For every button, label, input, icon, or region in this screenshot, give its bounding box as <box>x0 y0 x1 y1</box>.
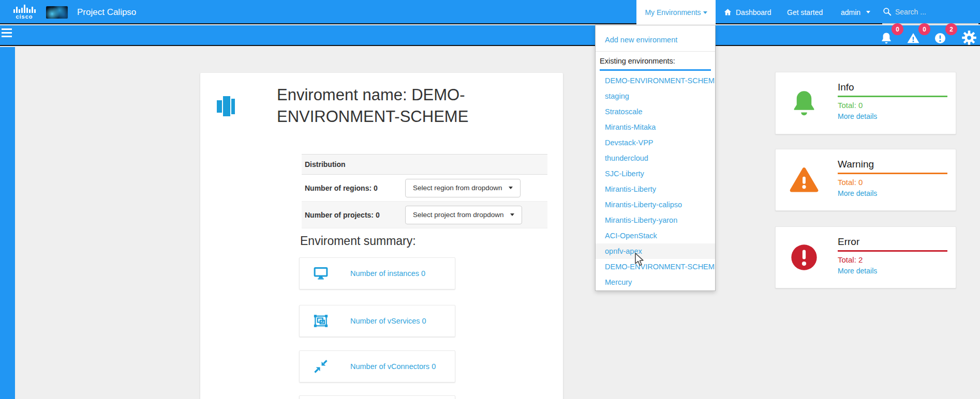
info-status-card: Info Total: 0 More details <box>775 72 956 134</box>
select-project-dropdown-button[interactable]: Select project from dropdown <box>405 206 522 224</box>
distribution-header: Distribution <box>302 155 547 175</box>
get-started-label: Get started <box>787 8 823 17</box>
environment-item[interactable]: DEMO-ENVIRONMENT-SCHEME <box>596 73 715 88</box>
dropdown-divider <box>596 51 715 52</box>
environment-item[interactable]: Mirantis-Liberty <box>596 181 715 197</box>
status-title: Error <box>838 236 947 252</box>
home-icon <box>723 8 732 17</box>
errors-indicator[interactable]: 2 <box>933 27 957 45</box>
chevron-down-icon <box>703 11 707 14</box>
warning-status-card: Warning Total: 0 More details <box>775 149 956 211</box>
select-project-label: Select project from dropdown <box>413 211 504 219</box>
more-details-link[interactable]: More details <box>838 189 877 197</box>
cisco-logo: cisco <box>12 5 37 20</box>
environment-card: Enviroment name: DEMO-ENVIRONMENT-SCHEME… <box>200 73 563 399</box>
environment-item[interactable]: thundercloud <box>596 150 715 166</box>
summary-card-partial <box>299 395 455 399</box>
cisco-bars-icon <box>13 5 36 13</box>
bell-icon <box>789 88 819 118</box>
status-total: Total: 0 <box>838 178 947 187</box>
notification-icons: 0 0 2 <box>877 26 977 46</box>
vconnectors-compress-icon <box>312 359 330 374</box>
search-box <box>882 0 978 24</box>
collapsed-sidebar-strip <box>0 47 15 399</box>
summary-heading: Enviroment summary: <box>300 234 416 248</box>
existing-environments-label: Existing environments: <box>596 57 715 65</box>
dropdown-underline <box>600 69 711 71</box>
chevron-down-icon <box>866 11 870 13</box>
page-title: Enviroment name: DEMO-ENVIRONMENT-SCHEME <box>277 84 521 128</box>
warning-count-badge: 0 <box>918 23 930 35</box>
chevron-down-icon <box>510 213 514 216</box>
search-icon <box>882 7 892 17</box>
table-row: Number of regions: 0 Select region from … <box>302 175 547 202</box>
warning-triangle-icon <box>789 165 819 195</box>
error-status-card: Error Total: 2 More details <box>775 226 956 288</box>
my-environments-menu-button[interactable]: My Environments <box>636 0 716 25</box>
nav-get-started-link[interactable]: Get started <box>787 0 823 24</box>
table-row: Number of projects: 0 Select project fro… <box>302 202 547 228</box>
instances-summary-card[interactable]: Number of instances 0 <box>299 257 455 289</box>
environment-item[interactable]: Mirantis-Liberty-calipso <box>596 197 715 212</box>
instances-count-link: Number of instances 0 <box>350 269 425 278</box>
vservices-count-link: Number of vServices 0 <box>350 317 426 325</box>
distribution-table: Distribution Number of regions: 0 Select… <box>302 154 547 228</box>
brand-thumbnail-image <box>46 6 68 19</box>
warning-triangle-icon <box>907 32 920 45</box>
hamburger-menu-icon[interactable] <box>2 28 13 39</box>
search-input[interactable] <box>895 8 973 16</box>
top-navbar: cisco Project Calipso My Environments Da… <box>0 0 980 24</box>
environments-dropdown-panel: Add new environment Existing environment… <box>595 25 716 291</box>
notification-count-badge: 0 <box>892 23 903 35</box>
status-title: Warning <box>838 159 947 174</box>
app-title: Project Calipso <box>77 7 136 18</box>
environment-item[interactable]: staging <box>596 88 715 104</box>
select-region-label: Select region from dropdown <box>413 184 502 192</box>
status-title: Info <box>838 82 947 97</box>
brand-group: cisco Project Calipso <box>12 0 136 24</box>
nav-dashboard-link[interactable]: Dashboard <box>723 0 771 24</box>
environment-item[interactable]: ACI-OpenStack <box>596 228 715 243</box>
vconnectors-count-link: Number of vConnectors 0 <box>350 362 436 371</box>
add-new-environment-link[interactable]: Add new environment <box>596 25 715 44</box>
my-environments-label: My Environments <box>645 8 701 17</box>
projects-count-label: Number of projects: 0 <box>302 211 405 219</box>
regions-count-label: Number of regions: 0 <box>302 184 405 192</box>
exclamation-circle-icon <box>933 32 947 45</box>
environment-item[interactable]: SJC-Liberty <box>596 166 715 181</box>
error-count-badge: 2 <box>945 23 957 35</box>
app-screen: cisco Project Calipso My Environments Da… <box>0 0 980 399</box>
error-circle-icon <box>789 242 819 272</box>
dashboard-label: Dashboard <box>736 8 771 17</box>
status-total: Total: 2 <box>838 255 947 264</box>
secondary-bar: 0 0 2 <box>0 25 980 46</box>
vservices-summary-card[interactable]: Number of vServices 0 <box>299 305 455 337</box>
more-details-link[interactable]: More details <box>838 112 877 120</box>
environment-icon <box>217 96 237 117</box>
environment-item[interactable]: Devstack-VPP <box>596 135 715 150</box>
select-region-dropdown-button[interactable]: Select region from dropdown <box>405 179 521 197</box>
chevron-down-icon <box>509 187 513 189</box>
more-details-link[interactable]: More details <box>838 267 877 275</box>
environment-item[interactable]: Mirantis-Liberty-yaron <box>596 212 715 228</box>
environment-item[interactable]: Mirantis-Mitaka <box>596 119 715 135</box>
notifications-bell[interactable]: 0 <box>880 27 903 45</box>
gear-icon[interactable] <box>961 30 977 45</box>
instances-monitor-icon <box>312 266 330 281</box>
warnings-indicator[interactable]: 0 <box>907 27 930 45</box>
bell-icon <box>880 32 893 45</box>
environment-item[interactable]: DEMO-ENVIRONMENT-SCHEME <box>596 259 715 274</box>
cisco-wordmark: cisco <box>16 13 33 20</box>
user-label: admin <box>841 8 860 17</box>
vconnectors-summary-card[interactable]: Number of vConnectors 0 <box>299 350 455 382</box>
environment-item[interactable]: Mercury <box>596 274 715 290</box>
environment-item-hovered[interactable]: opnfv-apex <box>596 243 715 259</box>
nav-user-menu[interactable]: admin <box>841 0 870 24</box>
environment-item[interactable]: Stratoscale <box>596 104 715 119</box>
vservices-object-group-icon <box>312 313 330 329</box>
status-total: Total: 0 <box>838 101 947 110</box>
